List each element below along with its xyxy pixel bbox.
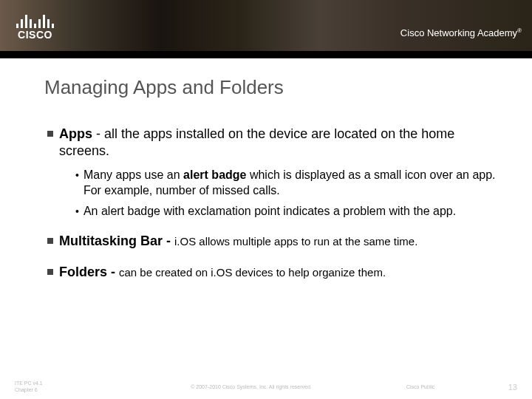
bullet-square-icon [47, 238, 53, 244]
bullet-folders-text: Folders - can be created on i.OS devices… [59, 264, 386, 281]
slide-title: Managing Apps and Folders [44, 76, 497, 99]
bullet-multitasking-text: Multitasking Bar - i.OS allows multiple … [59, 233, 417, 250]
bullet-apps: Apps - all the apps installed on the dev… [47, 126, 497, 160]
subbullet-exclamation-text: An alert badge with exclamation point in… [83, 204, 456, 219]
subbullet-alert-badge: • Many apps use an alert badge which is … [75, 168, 497, 199]
bullet-square-icon [47, 269, 53, 275]
footer-classification: Cisco Public [406, 384, 495, 389]
header-underbar [0, 53, 532, 58]
bullet-multitasking: Multitasking Bar - i.OS allows multiple … [47, 233, 497, 250]
bullet-apps-text: Apps - all the apps installed on the dev… [59, 126, 497, 160]
cisco-bars-icon [16, 13, 54, 28]
subbullet-exclamation: • An alert badge with exclamation point … [75, 204, 497, 219]
header-banner: CISCO Cisco Networking Academy® [0, 0, 532, 53]
cisco-logo: CISCO [16, 13, 54, 41]
academy-label: Cisco Networking Academy® [400, 27, 522, 38]
footer-left: ITE PC v4.1 Chapter 6 [15, 381, 96, 393]
slide-footer: ITE PC v4.1 Chapter 6 © 2007-2010 Cisco … [0, 381, 532, 393]
slide-content: Managing Apps and Folders Apps - all the… [0, 58, 532, 281]
bullet-dot-icon: • [75, 205, 79, 219]
bullet-square-icon [47, 131, 53, 137]
bullet-dot-icon: • [75, 169, 79, 199]
footer-page-number: 13 [495, 383, 517, 392]
cisco-wordmark: CISCO [18, 29, 52, 41]
footer-copyright: © 2007-2010 Cisco Systems, Inc. All righ… [96, 384, 406, 389]
bullet-folders: Folders - can be created on i.OS devices… [47, 264, 497, 281]
subbullet-alert-badge-text: Many apps use an alert badge which is di… [83, 168, 497, 199]
